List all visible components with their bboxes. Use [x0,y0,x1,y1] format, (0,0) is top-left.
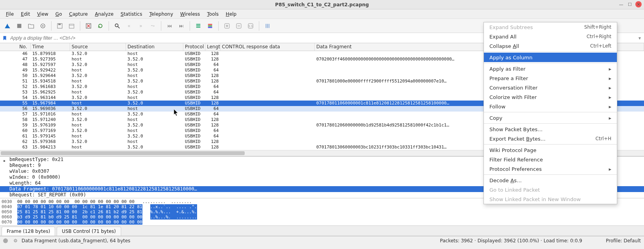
menu-telephony[interactable]: Telephony [146,10,177,18]
calendar-icon[interactable] [66,20,77,31]
ctx-item[interactable]: Decode As… [484,176,617,185]
menu-wireless[interactable]: Wireless [177,10,203,18]
svg-rect-0 [17,24,22,28]
stop-capture-icon[interactable] [14,20,25,31]
menu-view[interactable]: View [33,10,52,18]
scrollbar-thumb[interactable] [1,151,245,155]
menu-analyze[interactable]: Analyze [91,10,117,18]
save-icon[interactable] [54,20,65,31]
zoom-reset-icon[interactable]: 1:1 [245,20,256,31]
menu-statistics[interactable]: Statistics [117,10,146,18]
ctx-item[interactable]: Colorize with Filter▸ [484,92,617,102]
menu-bar: FileEditViewGoCaptureAnalyzeStatisticsTe… [0,9,644,19]
ctx-item: Expand SubtreesShift+Right [484,22,617,32]
ctx-item[interactable]: Copy▸ [484,113,617,123]
open-file-icon[interactable] [26,20,37,31]
svg-rect-12 [196,24,201,24]
tab-frame[interactable]: Frame (128 bytes) [2,227,55,236]
ctx-item[interactable]: Expand AllCtrl+Right [484,32,617,41]
svg-line-11 [118,26,120,28]
close-capture-icon[interactable] [83,20,94,31]
reload-icon[interactable] [95,20,106,31]
go-previous-icon[interactable]: « [124,20,135,31]
svg-rect-16 [208,25,212,26]
col-control-resp[interactable]: CONTROL response data [220,43,315,51]
ctx-item[interactable]: Follow▸ [484,102,617,111]
svg-rect-17 [208,27,212,28]
zoom-in-icon[interactable] [221,20,233,31]
menu-file[interactable]: File [2,10,17,18]
go-next-icon[interactable]: » [135,20,146,31]
status-bar: ⚙ Data Fragment (usb.data_fragment), 64 … [0,236,644,245]
status-left: Data Fragment (usb.data_fragment), 64 by… [22,238,131,244]
menu-capture[interactable]: Capture [65,10,91,18]
ctx-item[interactable]: Conversation Filter▸ [484,83,617,92]
col-no[interactable]: No. [0,43,31,51]
menu-tools[interactable]: Tools [203,10,222,18]
window-title: P85_switch_C1_to_C2_part2.pcapng [275,2,369,7]
ctx-item[interactable]: Apply as Column [484,53,617,62]
col-source[interactable]: Source [70,43,126,51]
minimize-icon[interactable]: — [618,1,624,7]
svg-rect-5 [69,24,74,28]
autoscroll-icon[interactable] [193,20,204,31]
status-profile[interactable]: Profile: Default [606,238,641,244]
ctx-item[interactable]: Export Packet Bytes…Ctrl+H [484,134,617,143]
ctx-item[interactable]: Prepare a Filter▸ [484,73,617,83]
ctx-item: Show Linked Packet in New Window [484,194,617,204]
close-icon[interactable]: ✕ [635,1,642,7]
ctx-item[interactable]: Filter Field Reference [484,155,617,164]
maximize-icon[interactable]: ☐ [627,1,633,7]
svg-text:1:1: 1:1 [249,25,253,28]
col-protocol[interactable]: Protocol [183,43,205,51]
status-packets: Packets: 3962 · Displayed: 3962 (100.0%)… [440,238,582,244]
zoom-out-icon[interactable] [233,20,244,31]
find-icon[interactable] [112,20,123,31]
shark-fin-icon[interactable] [2,20,13,31]
svg-rect-13 [196,25,201,26]
resize-columns-icon[interactable] [262,20,273,31]
bookmark-filter-icon[interactable] [1,34,9,42]
svg-point-10 [115,24,118,27]
go-jump-icon[interactable]: ⤳ [147,20,158,31]
tab-usb-control[interactable]: USB Control (71 bytes) [57,227,121,236]
expert-info-icon[interactable] [3,238,8,243]
options-icon[interactable]: ⚙ [13,238,18,244]
svg-rect-15 [208,24,212,25]
capture-options-icon[interactable] [37,20,48,31]
ctx-item[interactable]: Show Packet Bytes… [484,124,617,134]
svg-rect-4 [58,24,61,25]
title-bar: P85_switch_C1_to_C2_part2.pcapng — ☐ ✕ [0,0,644,9]
ctx-item: Go to Linked Packet [484,185,617,194]
svg-rect-14 [196,27,201,27]
menu-go[interactable]: Go [52,10,66,18]
ctx-item[interactable]: Apply as Filter▸ [484,64,617,73]
ctx-item[interactable]: Collapse AllCtrl+Left [484,41,617,51]
svg-point-2 [42,25,44,26]
context-menu[interactable]: Expand SubtreesShift+RightExpand AllCtrl… [483,22,617,204]
byte-view-tabs: Frame (128 bytes) USB Control (71 bytes) [0,226,644,236]
menu-help[interactable]: Help [222,10,240,18]
go-first-icon[interactable]: ⏮ [164,20,175,31]
go-last-icon[interactable]: ⏭ [176,20,187,31]
ctx-item[interactable]: Wiki Protocol Page [484,145,617,155]
colorize-icon[interactable] [205,20,216,31]
col-time[interactable]: Time [31,43,70,51]
ctx-item[interactable]: Protocol Preferences▸ [484,164,617,174]
col-destination[interactable]: Destination [126,43,183,51]
menu-edit[interactable]: Edit [17,10,33,18]
filter-expression-button[interactable]: ▾ [636,35,643,41]
col-length[interactable]: Length [205,43,220,51]
